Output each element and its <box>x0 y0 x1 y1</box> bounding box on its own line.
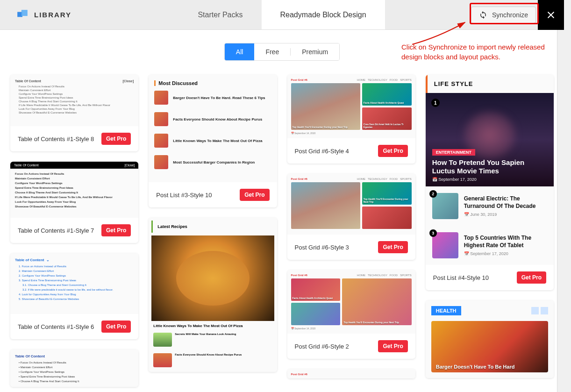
card-title: Table of Contents #1-Style 7 <box>18 227 94 234</box>
svg-rect-1 <box>21 10 28 16</box>
filter-free[interactable]: Free <box>254 43 290 60</box>
card-toc-partial[interactable]: Table Of Content • Focus On Actions Inst… <box>10 349 138 387</box>
card-title: Table of Contents #1-Style 8 <box>18 135 94 143</box>
card-title: Table of Contents #1-Style 6 <box>18 323 94 330</box>
get-pro-button[interactable]: Get Pro <box>378 340 407 352</box>
card-health[interactable]: HEALTH Barger Doesn't Have To Be Hard <box>426 300 554 378</box>
library-title: LIBRARY <box>34 11 71 19</box>
library-logo-icon <box>16 9 29 21</box>
get-pro-button[interactable]: Get Pro <box>101 133 131 145</box>
filter-premium[interactable]: Premium <box>291 43 339 60</box>
tab-starter-packs[interactable]: Starter Packs <box>179 0 261 29</box>
card-toc-style-8[interactable]: Table Of Content[Close] Focus On Actions… <box>10 75 138 151</box>
filter-group: All Free Premium <box>224 43 340 61</box>
sync-icon <box>479 11 487 19</box>
card-post-grid-6-style-3[interactable]: Post Grid #6HOME TECHNOLOGY FOOD SPORTS … <box>287 174 415 260</box>
card-toc-style-7[interactable]: Table Of Content[Close] Focus On Actions… <box>10 162 138 243</box>
filter-all[interactable]: All <box>225 43 255 60</box>
get-pro-button[interactable]: Get Pro <box>240 189 269 201</box>
library-header: LIBRARY Starter Packs Readymade Block De… <box>0 0 564 30</box>
card-title: Post Grid #6-Style 2 <box>295 343 349 350</box>
card-post-list-3-style-10[interactable]: Most Discussed Barger Doesn't Have To Be… <box>149 75 277 207</box>
card-post-grid-partial[interactable]: Post Grid #6 <box>287 369 415 378</box>
card-post-grid-6-style-2[interactable]: Post Grid #6HOME TECHNOLOGY FOOD SPORTS … <box>287 270 415 359</box>
vertical-scrollbar[interactable]: ▴ ▾ <box>557 0 564 392</box>
get-pro-button[interactable]: Get Pro <box>101 321 131 333</box>
tab-readymade-block-design[interactable]: Readymade Block Design <box>261 0 385 29</box>
card-title: Post Grid #6-Style 4 <box>295 148 349 155</box>
card-title: Post Grid #6-Style 3 <box>295 244 349 251</box>
card-title: Post List #4-Style 10 <box>433 274 489 281</box>
get-pro-button[interactable]: Get Pro <box>101 224 131 236</box>
synchronize-button[interactable]: Synchronize <box>471 7 536 23</box>
card-toc-style-6[interactable]: Table of Content ⌄ 1. Focus on Actions I… <box>10 253 138 339</box>
card-title: Post List #3-Style 10 <box>156 192 212 199</box>
card-post-grid-6-style-4[interactable]: Post Grid #6HOME TECHNOLOGY FOOD SPORTS … <box>287 75 415 164</box>
get-pro-button[interactable]: Get Pro <box>517 271 546 284</box>
card-post-list-4-style-10[interactable]: LIFE STYLE 1 ENTERTAINMENT How To Preten… <box>426 75 554 290</box>
get-pro-button[interactable]: Get Pro <box>378 145 407 157</box>
card-latest-recipes[interactable]: Latest Recipes Little Known Ways To Make… <box>149 218 277 372</box>
synchronize-label: Synchronize <box>492 11 528 19</box>
close-button[interactable] <box>538 0 564 30</box>
get-pro-button[interactable]: Get Pro <box>378 241 407 253</box>
